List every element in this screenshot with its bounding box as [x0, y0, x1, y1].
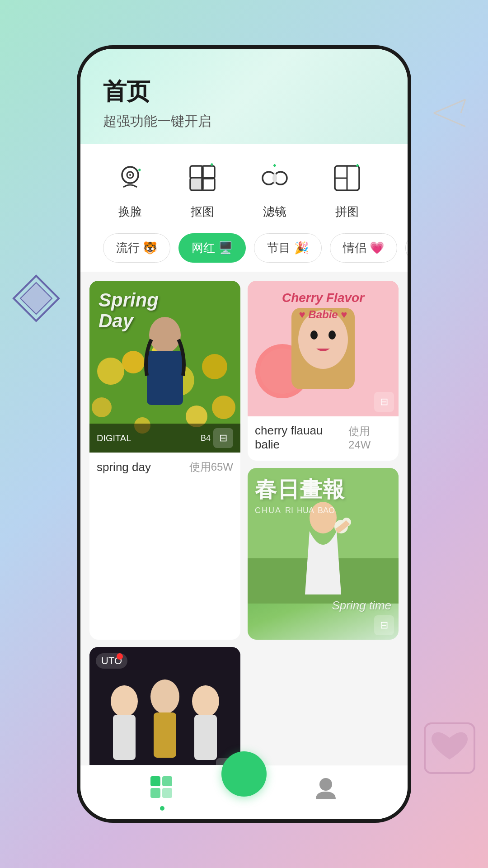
tool-cutout[interactable]: 抠图	[175, 158, 230, 220]
card4-compare-btn[interactable]: ⊟	[374, 615, 394, 635]
svg-marker-0	[14, 276, 59, 321]
profile-icon	[312, 774, 339, 803]
tabs-row: 流行 🐯 网红 🖥️ 节目 🎉 情侣 💗 校	[80, 229, 408, 272]
collage-icon	[327, 158, 367, 198]
card4-title: 春日畫報	[255, 475, 391, 504]
card-girls-group[interactable]: UTO ⊟	[89, 647, 240, 765]
face-swap-icon	[110, 158, 150, 198]
card1-bottom-text: DIGITAL	[97, 433, 131, 443]
tab-influencer[interactable]: 网红 🖥️	[178, 233, 246, 263]
content-area: SpringDay DIGITAL B4 ⊟ spring day 使用65W	[80, 272, 408, 765]
page-subtitle: 超强功能一键开启	[103, 112, 385, 131]
card-cherry[interactable]: Cherry Flavor♥ Babie ♥ ⊟ cherry flauau b…	[248, 281, 399, 461]
svg-rect-11	[190, 166, 203, 179]
deco-diamond-left	[9, 271, 63, 326]
card4-sub-ri: RI	[285, 506, 293, 515]
tab-show[interactable]: 节目 🎉	[254, 233, 321, 263]
card4-sub-chua: CHUA	[255, 506, 282, 515]
bottom-nav	[80, 765, 408, 819]
svg-marker-1	[20, 283, 52, 314]
card3-image: UTO ⊟	[89, 647, 240, 765]
tool-face-swap[interactable]: 换脸	[103, 158, 157, 220]
home-icon	[149, 774, 176, 803]
svg-line-4	[434, 113, 465, 127]
tab-more[interactable]: 校	[405, 233, 408, 263]
second-grid: UTO ⊟	[89, 647, 399, 765]
float-action-button[interactable]	[221, 751, 267, 797]
svg-line-3	[461, 99, 465, 113]
filter-label: 滤镜	[263, 204, 286, 220]
card-spring-picturebook[interactable]: 春日畫報 CHUA RI HUA BAO Spring time ⊟	[248, 468, 399, 640]
card-grid: SpringDay DIGITAL B4 ⊟ spring day 使用65W	[89, 281, 399, 640]
home-active-dot	[160, 806, 164, 811]
card1-image: SpringDay DIGITAL B4 ⊟	[89, 281, 240, 453]
svg-rect-54	[154, 712, 176, 758]
svg-rect-14	[202, 178, 215, 190]
svg-line-2	[434, 99, 465, 113]
tool-collage[interactable]: 拼图	[320, 158, 374, 220]
svg-point-55	[192, 685, 219, 717]
tab-couple[interactable]: 情侣 💗	[330, 233, 397, 263]
card1-compare-btn[interactable]: ⊟	[213, 428, 233, 448]
card4-sub-bao: BAO	[318, 506, 335, 515]
filter-icon	[254, 158, 295, 198]
svg-rect-61	[162, 788, 172, 798]
svg-rect-13	[190, 178, 203, 190]
svg-point-44	[328, 330, 336, 340]
nav-profile[interactable]	[312, 774, 339, 811]
card1-info: spring day 使用65W	[89, 453, 240, 483]
cutout-label: 抠图	[191, 204, 214, 220]
svg-rect-59	[162, 776, 172, 786]
card4-sub-hua: HUA	[297, 506, 314, 515]
card4-spring-time: Spring time	[332, 599, 392, 613]
card2-overlay: Cherry Flavor♥ Babie ♥	[248, 290, 399, 323]
card4-overlay: 春日畫報 CHUA RI HUA BAO	[248, 468, 399, 640]
svg-rect-58	[150, 776, 160, 786]
card2-usage: 使用24W	[348, 424, 391, 451]
header-section: 首页 超强功能一键开启	[80, 49, 408, 144]
tools-row: 换脸 抠图	[80, 144, 408, 229]
svg-point-53	[150, 679, 179, 714]
page-title: 首页	[103, 76, 385, 108]
svg-point-43	[310, 330, 318, 340]
card2-info: cherry flauau balie 使用24W	[248, 416, 399, 461]
empty-card	[248, 647, 399, 765]
card-spring-day[interactable]: SpringDay DIGITAL B4 ⊟ spring day 使用65W	[89, 281, 240, 640]
svg-point-8	[129, 174, 131, 176]
svg-point-51	[111, 685, 138, 717]
card2-image: Cherry Flavor♥ Babie ♥ ⊟	[248, 281, 399, 416]
card2-compare-btn[interactable]: ⊟	[374, 392, 394, 412]
svg-rect-56	[194, 715, 217, 760]
cutout-icon	[182, 158, 223, 198]
svg-rect-12	[202, 166, 215, 179]
card1-name: spring day	[97, 460, 151, 474]
svg-point-62	[319, 778, 332, 791]
phone-frame: 首页 超强功能一键开启 换脸	[77, 45, 411, 823]
profile-dot	[324, 806, 328, 811]
card2-name: cherry flauau balie	[255, 424, 348, 452]
svg-rect-52	[113, 715, 136, 760]
tab-popular[interactable]: 流行 🐯	[103, 233, 170, 263]
face-swap-label: 换脸	[118, 204, 142, 220]
collage-label: 拼图	[335, 204, 359, 220]
svg-rect-60	[150, 788, 160, 798]
deco-arrow-right-top	[429, 90, 474, 136]
second-row: UTO ⊟	[89, 647, 399, 765]
card4-image: 春日畫報 CHUA RI HUA BAO Spring time ⊟	[248, 468, 399, 640]
svg-rect-5	[425, 723, 474, 773]
card1-usage: 使用65W	[189, 460, 233, 474]
tool-filter[interactable]: 滤镜	[248, 158, 302, 220]
deco-heart-stamp-right	[420, 719, 479, 778]
card1-bottom-bar: DIGITAL B4 ⊟	[89, 424, 240, 453]
nav-home[interactable]	[149, 774, 176, 811]
